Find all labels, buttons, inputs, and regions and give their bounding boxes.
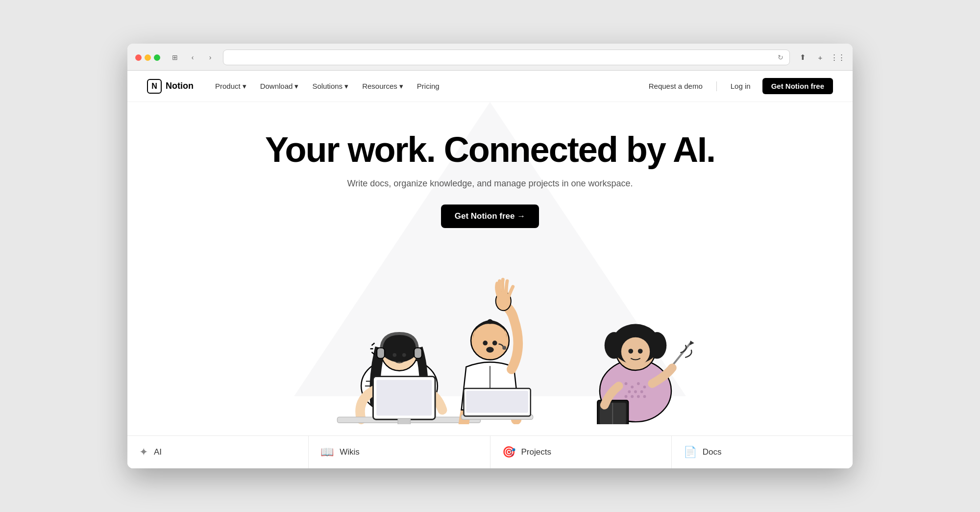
character-left — [337, 333, 480, 424]
extensions-button[interactable]: ⋮⋮ — [831, 51, 845, 64]
svg-point-38 — [631, 395, 634, 398]
svg-point-6 — [392, 353, 396, 357]
browser-window: ⊞ ‹ › ↻ ⬆ + ⋮⋮ N Notion — [127, 44, 853, 468]
hero-illustration — [147, 238, 833, 424]
svg-point-30 — [625, 382, 628, 385]
browser-chrome: ⊞ ‹ › ↻ ⬆ + ⋮⋮ — [127, 44, 853, 71]
svg-point-34 — [628, 390, 631, 393]
hero-title: Your work. Connected by AI. — [147, 131, 833, 169]
feature-pills: ✦ AI 📖 Wikis 🎯 Projects 📄 Docs — [127, 435, 853, 468]
svg-point-7 — [402, 353, 406, 357]
svg-point-36 — [640, 390, 643, 393]
svg-point-24 — [502, 346, 506, 350]
nav-product[interactable]: Product ▾ — [209, 79, 252, 94]
svg-rect-8 — [377, 348, 385, 358]
nav-actions: Request a demo Log in Get Notion free — [641, 78, 833, 94]
hero-section: Your work. Connected by AI. Write docs, … — [127, 102, 853, 435]
sidebar-toggle-button[interactable]: ⊞ — [168, 51, 182, 64]
character-center — [462, 280, 533, 424]
svg-point-23 — [486, 347, 494, 353]
feature-wikis-label: Wikis — [340, 447, 360, 457]
share-button[interactable]: ⬆ — [796, 51, 809, 64]
traffic-lights — [135, 54, 160, 61]
feature-pill-projects[interactable]: 🎯 Projects — [490, 436, 672, 468]
url-input[interactable] — [229, 54, 774, 61]
svg-point-39 — [637, 395, 640, 398]
feature-pill-wikis[interactable]: 📖 Wikis — [309, 436, 490, 468]
svg-point-43 — [605, 332, 624, 359]
brand-name: Notion — [166, 81, 194, 91]
svg-marker-49 — [689, 340, 694, 345]
svg-point-31 — [631, 385, 634, 388]
svg-rect-9 — [414, 348, 422, 358]
svg-point-20 — [471, 321, 509, 359]
svg-point-40 — [643, 395, 646, 398]
forward-button[interactable]: › — [203, 51, 217, 64]
minimize-button[interactable] — [145, 54, 151, 61]
svg-point-32 — [637, 382, 640, 385]
svg-rect-15 — [376, 380, 432, 415]
ai-icon: ✦ — [139, 446, 148, 459]
reload-icon[interactable]: ↻ — [778, 53, 784, 61]
svg-rect-27 — [466, 390, 528, 412]
new-tab-button[interactable]: + — [813, 51, 827, 64]
navbar: N Notion Product ▾ Download ▾ Solutions … — [127, 71, 853, 102]
nav-resources[interactable]: Resources ▾ — [356, 79, 409, 94]
nav-download[interactable]: Download ▾ — [254, 79, 305, 94]
feature-projects-label: Projects — [521, 447, 551, 457]
svg-point-22 — [492, 340, 497, 345]
feature-pill-ai[interactable]: ✦ AI — [127, 436, 309, 468]
svg-point-33 — [643, 385, 646, 388]
hero-illustration-svg — [255, 243, 725, 424]
nav-divider — [716, 81, 717, 91]
nav-links: Product ▾ Download ▾ Solutions ▾ Resourc… — [209, 79, 641, 94]
notion-logo[interactable]: N Notion — [147, 79, 194, 94]
nav-pricing[interactable]: Pricing — [411, 79, 445, 93]
address-bar[interactable]: ↻ — [223, 50, 790, 65]
notion-icon: N — [147, 79, 162, 94]
docs-icon: 📄 — [684, 446, 697, 459]
get-notion-nav-button[interactable]: Get Notion free — [762, 78, 833, 94]
svg-point-45 — [621, 337, 650, 365]
svg-line-48 — [671, 343, 690, 367]
nav-solutions[interactable]: Solutions ▾ — [306, 79, 354, 94]
svg-point-35 — [634, 390, 637, 393]
svg-point-44 — [647, 332, 666, 359]
svg-rect-16 — [398, 418, 410, 424]
browser-titlebar: ⊞ ‹ › ↻ ⬆ + ⋮⋮ — [135, 50, 845, 65]
svg-point-21 — [483, 340, 488, 345]
svg-point-37 — [625, 395, 628, 398]
login-button[interactable]: Log in — [723, 78, 759, 94]
maximize-button[interactable] — [154, 54, 160, 61]
notion-icon-letter: N — [151, 82, 157, 91]
wikis-icon: 📖 — [320, 446, 334, 459]
svg-line-10 — [372, 343, 375, 345]
hero-subtitle: Write docs, organize knowledge, and mana… — [147, 179, 833, 189]
feature-pill-docs[interactable]: 📄 Docs — [672, 436, 853, 468]
feature-docs-label: Docs — [703, 447, 722, 457]
website-content: N Notion Product ▾ Download ▾ Solutions … — [127, 71, 853, 468]
browser-controls: ⊞ ‹ › — [168, 51, 217, 64]
browser-actions: ⬆ + ⋮⋮ — [796, 51, 845, 64]
projects-icon: 🎯 — [502, 446, 515, 459]
hero-cta-button[interactable]: Get Notion free → — [441, 205, 539, 228]
svg-point-46 — [628, 349, 633, 354]
svg-point-47 — [638, 349, 643, 354]
hero-content: Your work. Connected by AI. Write docs, … — [147, 131, 833, 228]
character-right — [597, 324, 694, 424]
feature-ai-label: AI — [154, 447, 162, 457]
close-button[interactable] — [135, 54, 142, 61]
request-demo-button[interactable]: Request a demo — [641, 78, 710, 94]
back-button[interactable]: ‹ — [186, 51, 199, 64]
